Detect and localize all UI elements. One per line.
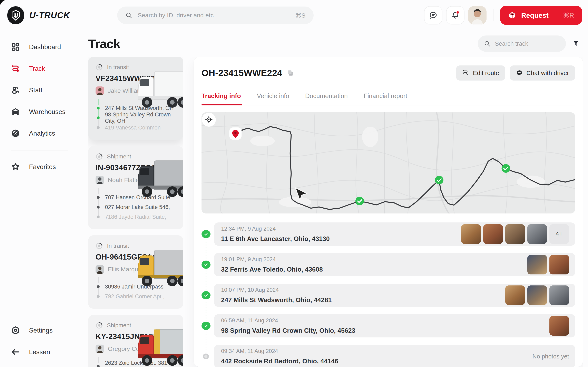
- timeline-card[interactable]: 10:07 PM, 10 Aug 2024 247 Mills St Wadsw…: [214, 284, 575, 307]
- timeline-time: 06:59 AM, 11 Aug 2024: [221, 317, 355, 324]
- route-map[interactable]: [201, 112, 575, 213]
- chat-with-driver-label: Chat with driver: [527, 69, 569, 76]
- sidebar-item-warehouses[interactable]: Warehouses: [11, 106, 80, 117]
- star-icon: [11, 162, 20, 171]
- more-photos-badge[interactable]: 4+: [549, 224, 569, 244]
- timeline-entry: 06:59 AM, 11 Aug 2024 98 Spring Valley R…: [201, 314, 575, 337]
- sidebar-collapse-button[interactable]: Lessen: [11, 346, 80, 358]
- tab-financial-report[interactable]: Financial report: [364, 92, 407, 105]
- sidebar-item-label: Favorites: [29, 163, 56, 171]
- global-search-input[interactable]: Search by ID, driver and etc ⌘S: [117, 7, 314, 24]
- chat-with-driver-button[interactable]: Chat with driver: [510, 66, 575, 81]
- timeline-card[interactable]: 09:34 AM, 11 Aug 2024 442 Rockside Rd Be…: [214, 345, 575, 367]
- checkpoint-done-icon: [201, 230, 210, 238]
- arrow-left-icon: [11, 347, 20, 356]
- sidebar-item-dashboard[interactable]: Dashboard: [11, 41, 80, 53]
- user-avatar[interactable]: [468, 6, 486, 25]
- timeline-address: 442 Rockside Rd Bedford, Ohio, 44146: [221, 358, 338, 365]
- driver-avatar: [95, 86, 104, 95]
- timeline-card[interactable]: 12:34 PM, 9 Aug 2024 11 E 6th Ave Lancas…: [214, 222, 575, 246]
- stop-address: 419 Vanessa Common: [105, 125, 161, 131]
- analytics-icon: [11, 129, 20, 138]
- edit-route-icon: [462, 69, 469, 76]
- sidebar-item-label: Dashboard: [29, 43, 61, 51]
- photo-thumbnail[interactable]: [527, 224, 547, 244]
- photo-thumbnail[interactable]: [505, 224, 525, 244]
- filter-icon: [572, 40, 580, 47]
- sidebar-item-staff[interactable]: Staff: [11, 84, 80, 96]
- notifications-button[interactable]: [446, 6, 465, 25]
- photo-thumbnail[interactable]: [505, 285, 525, 305]
- timeline-time: 19:01 PM, 9 Aug 2024: [221, 256, 323, 263]
- photo-thumbnail[interactable]: [527, 285, 547, 305]
- timeline-entry: 12:34 PM, 9 Aug 2024 11 E 6th Ave Lancas…: [201, 222, 575, 246]
- timeline-card[interactable]: 19:01 PM, 9 Aug 2024 32 Ferris Ave Toled…: [214, 253, 575, 276]
- timeline-time: 10:07 PM, 10 Aug 2024: [221, 287, 332, 293]
- tracking-id: OH-23415WWE224: [201, 68, 282, 78]
- sidebar-item-track[interactable]: Track: [11, 63, 80, 74]
- topbar-divider: [493, 9, 493, 21]
- tab-vehicle-info[interactable]: Vehicle info: [257, 92, 289, 105]
- route-icon: [11, 64, 20, 73]
- tab-tracking-info[interactable]: Tracking info: [201, 92, 241, 105]
- shipment-card[interactable]: Shipment IN-9034677ZFG154 Noah Flatley 7…: [88, 146, 183, 229]
- request-shortcut: ⌘R: [563, 11, 574, 19]
- stop-address: 98 Spring Valley Rd Crown City, OH: [105, 111, 176, 124]
- status-progress-icon: [95, 153, 103, 160]
- photo-thumbnail[interactable]: [549, 255, 569, 275]
- staff-icon: [11, 86, 20, 95]
- truck-image-yellow: [130, 244, 183, 291]
- avatar-photo: [468, 6, 486, 25]
- tab-documentation[interactable]: Documentation: [305, 92, 348, 105]
- track-search-placeholder: Search track: [495, 40, 528, 47]
- truck-image-white: [130, 66, 183, 113]
- chat-bubble-icon: [429, 11, 438, 20]
- timeline-card[interactable]: 06:59 AM, 11 Aug 2024 98 Spring Valley R…: [214, 314, 575, 337]
- package-icon: [508, 11, 516, 19]
- sidebar-item-settings[interactable]: Settings: [11, 325, 80, 336]
- sidebar-item-label: Analytics: [29, 130, 55, 137]
- filter-button[interactable]: [569, 36, 583, 51]
- request-label: Request: [521, 11, 549, 19]
- sidebar-item-label: Warehouses: [29, 108, 65, 116]
- stop-address: 792 Gabriel Corner Apt.,: [105, 293, 164, 300]
- map-canvas: [201, 112, 575, 213]
- global-search-placeholder: Search by ID, driver and etc: [138, 12, 295, 19]
- request-button[interactable]: Request ⌘R: [500, 6, 582, 25]
- sidebar-settings-label: Settings: [29, 327, 53, 334]
- stop-address: 7186 Jayde Radial Suite,: [105, 214, 166, 220]
- status-progress-icon: [95, 322, 103, 329]
- timeline-address: 32 Ferris Ave Toledo, Ohio, 43608: [221, 266, 323, 273]
- edit-route-button[interactable]: Edit route: [456, 66, 505, 81]
- map-checkpoint-marker: [502, 164, 510, 173]
- locate-button[interactable]: [201, 112, 216, 127]
- map-checkpoint-marker: [435, 176, 443, 184]
- sidebar-item-favorites[interactable]: Favorites: [11, 161, 80, 173]
- timeline-address: 98 Spring Valley Rd Crown City, Ohio, 45…: [221, 327, 355, 334]
- timeline-entry: 10:07 PM, 10 Aug 2024 247 Mills St Wadsw…: [201, 284, 575, 307]
- photo-thumbnail[interactable]: [483, 224, 503, 244]
- shipment-card[interactable]: In transit VF23415WWE224 Jake Williamson…: [88, 57, 183, 140]
- photo-thumbnail[interactable]: [549, 316, 569, 336]
- timeline-connector-green: [206, 234, 207, 326]
- copy-icon[interactable]: [287, 69, 294, 76]
- messages-button[interactable]: [424, 6, 442, 25]
- current-location-pin: [229, 127, 242, 140]
- timeline-time: 09:34 AM, 11 Aug 2024: [221, 348, 338, 354]
- tracking-detail-panel: OH-23415WWE224: [194, 57, 583, 367]
- timeline-entry: 09:34 AM, 11 Aug 2024 442 Rockside Rd Be…: [201, 345, 575, 367]
- photo-thumbnail[interactable]: [549, 285, 569, 305]
- search-shortcut: ⌘S: [295, 12, 305, 19]
- track-search-input[interactable]: Search track: [478, 35, 566, 52]
- shipment-card[interactable]: Shipment KY-23415JNF155 Gregory Corwin 2…: [88, 315, 183, 367]
- status-progress-icon: [95, 242, 103, 250]
- photo-thumbnail[interactable]: [527, 255, 547, 275]
- brand-name: U-TRUCK: [29, 10, 70, 20]
- sidebar-item-label: Track: [29, 65, 45, 72]
- photo-thumbnail[interactable]: [461, 224, 481, 244]
- shipment-card[interactable]: In transit OH-96415GFC145 Ellis Marquard…: [88, 235, 183, 309]
- sidebar-item-analytics[interactable]: Analytics: [11, 128, 80, 139]
- status-progress-icon: [95, 64, 103, 71]
- app-logo: [7, 6, 24, 24]
- timeline-address: 11 E 6th Ave Lancaster, Ohio, 43130: [221, 235, 330, 243]
